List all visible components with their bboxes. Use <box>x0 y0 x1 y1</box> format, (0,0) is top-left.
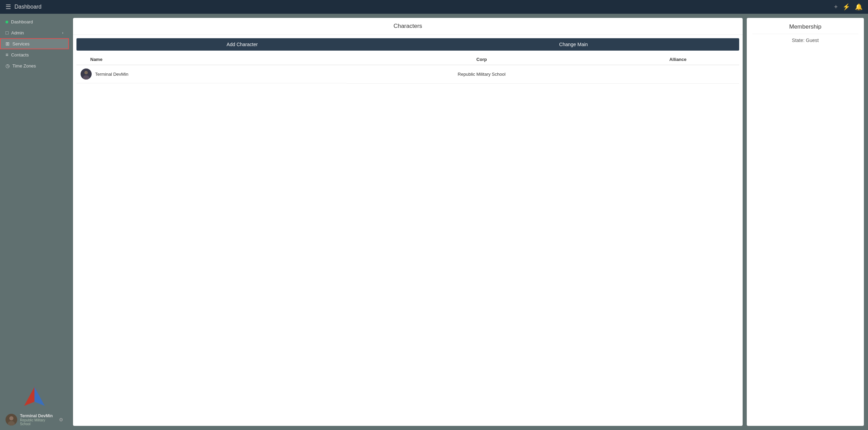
main-layout: Dashboard □ Admin › ⊞ Services ≡ Contact… <box>0 14 868 430</box>
sidebar-dashboard-label: Dashboard <box>11 19 33 24</box>
table-head: Name Corp Alliance <box>76 54 739 65</box>
characters-actions: Add Character Change Main <box>76 38 739 51</box>
sidebar-section-top: Dashboard □ Admin › ⊞ Services ≡ Contact… <box>0 14 69 74</box>
characters-title: Characters <box>73 18 743 35</box>
app-logo <box>22 385 46 409</box>
sidebar-contacts-label: Contacts <box>11 52 29 57</box>
add-icon[interactable]: + <box>834 3 838 11</box>
table-header-row: Name Corp Alliance <box>76 54 739 65</box>
svg-point-6 <box>84 71 88 74</box>
contacts-icon: ≡ <box>6 52 8 57</box>
sidebar-services-label: Services <box>12 41 30 46</box>
svg-point-7 <box>83 75 89 80</box>
characters-panel: Characters Add Character Change Main Nam… <box>73 18 743 426</box>
membership-title: Membership <box>752 23 858 34</box>
top-nav-left: ☰ Dashboard <box>6 3 41 11</box>
col-name: Name <box>76 54 347 65</box>
admin-icon: □ <box>6 30 8 35</box>
membership-panel: Membership State: Guest <box>747 18 864 426</box>
chevron-right-icon: › <box>62 31 63 35</box>
sidebar-admin-label: Admin <box>11 30 24 35</box>
sidebar: Dashboard □ Admin › ⊞ Services ≡ Contact… <box>0 14 69 430</box>
user-info: Terminal DevMin Republic Military School <box>20 413 56 426</box>
sidebar-item-contacts[interactable]: ≡ Contacts <box>0 49 69 60</box>
hamburger-icon[interactable]: ☰ <box>6 3 11 11</box>
svg-point-3 <box>9 416 13 420</box>
online-indicator <box>6 21 8 23</box>
sidebar-item-dashboard[interactable]: Dashboard <box>0 17 69 27</box>
table-row: Terminal DevMin Republic Military School <box>76 65 739 84</box>
app-title: Dashboard <box>14 4 41 10</box>
char-name: Terminal DevMin <box>95 72 128 77</box>
table-body: Terminal DevMin Republic Military School <box>76 65 739 84</box>
sidebar-item-services[interactable]: ⊞ Services <box>0 38 69 49</box>
char-avatar <box>81 69 92 80</box>
sidebar-item-timezones[interactable]: ◷ Time Zones <box>0 60 69 71</box>
content-area: Characters Add Character Change Main Nam… <box>69 14 868 430</box>
char-alliance-cell <box>617 65 739 84</box>
sidebar-footer: Terminal DevMin Republic Military School… <box>0 381 69 430</box>
user-corp: Republic Military School <box>20 418 56 426</box>
characters-table-wrapper: Name Corp Alliance <box>73 54 743 87</box>
services-icon: ⊞ <box>6 41 10 46</box>
change-main-button[interactable]: Change Main <box>408 38 739 51</box>
settings-icon[interactable]: ⚙ <box>59 417 63 422</box>
char-name-cell: Terminal DevMin <box>76 65 347 83</box>
top-nav-right: + ⚡ 🔔 <box>834 3 862 11</box>
avatar <box>6 414 17 426</box>
timezones-icon: ◷ <box>6 63 10 69</box>
lightning-icon[interactable]: ⚡ <box>843 3 850 11</box>
characters-table: Name Corp Alliance <box>76 54 739 84</box>
col-alliance: Alliance <box>617 54 739 65</box>
add-character-button[interactable]: Add Character <box>76 38 408 51</box>
top-nav: ☰ Dashboard + ⚡ 🔔 <box>0 0 868 14</box>
svg-marker-1 <box>24 387 34 406</box>
char-corp-cell: Republic Military School <box>347 65 617 84</box>
col-corp: Corp <box>347 54 617 65</box>
sidebar-timezones-label: Time Zones <box>12 63 36 69</box>
membership-state: State: Guest <box>752 38 858 43</box>
sidebar-user: Terminal DevMin Republic Military School… <box>6 413 63 426</box>
user-name: Terminal DevMin <box>20 413 56 418</box>
svg-marker-0 <box>34 387 45 406</box>
sidebar-item-admin[interactable]: □ Admin › <box>0 27 69 38</box>
notification-icon[interactable]: 🔔 <box>855 3 862 11</box>
